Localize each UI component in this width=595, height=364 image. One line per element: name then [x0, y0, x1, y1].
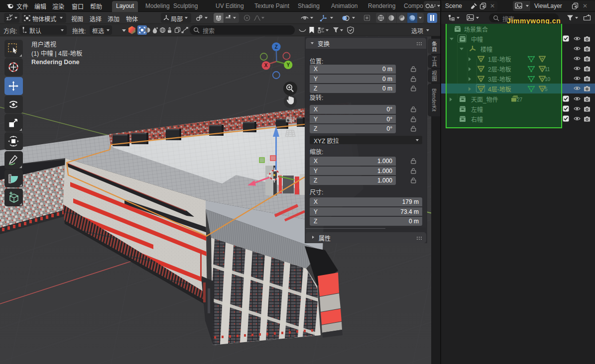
svg-text:Z: Z: [275, 44, 278, 50]
svg-text:Y: Y: [286, 62, 290, 68]
svg-text:X: X: [264, 63, 268, 68]
